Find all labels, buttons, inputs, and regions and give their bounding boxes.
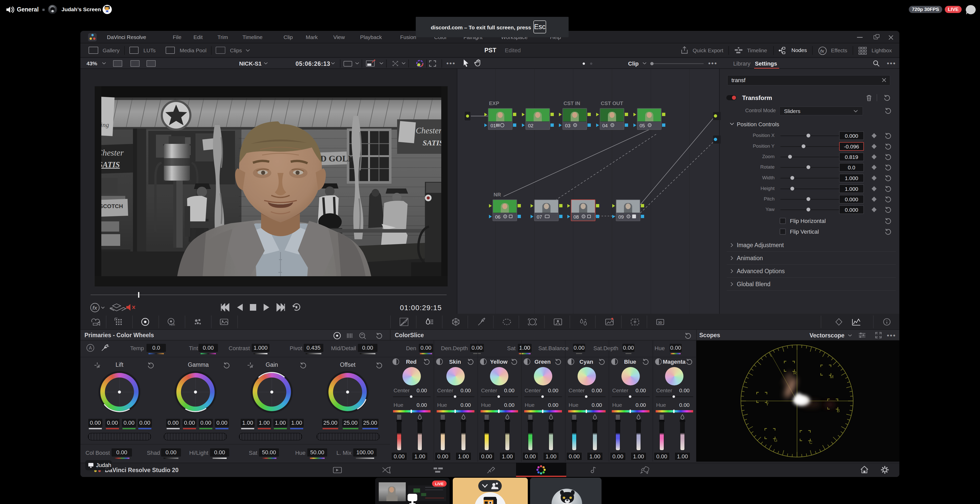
svg-text:G: G	[774, 438, 777, 443]
svg-text:R: R	[794, 371, 797, 376]
svg-text:3D: 3D	[658, 321, 662, 325]
svg-text:C: C	[809, 440, 812, 445]
svg-text:fx: fx	[92, 305, 97, 311]
svg-text:Y: Y	[766, 402, 769, 407]
svg-text:B: B	[837, 408, 840, 413]
svg-text:HDR: HDR	[169, 323, 175, 326]
svg-text:M: M	[830, 374, 834, 379]
svg-text:fx: fx	[820, 49, 824, 54]
